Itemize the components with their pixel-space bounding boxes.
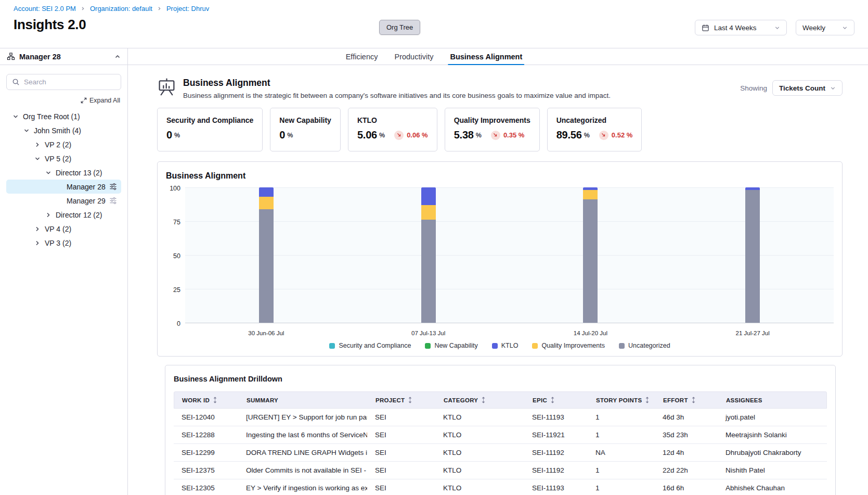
column-header-story-points[interactable]: STORY POINTS [588, 392, 655, 408]
trend-badge: 0.52 % [599, 131, 632, 140]
tab-productivity[interactable]: Productivity [394, 48, 433, 65]
chevron-right-icon[interactable] [44, 212, 53, 218]
legend-item[interactable]: New Capability [425, 342, 477, 349]
bar-segment [745, 190, 760, 323]
metric-value: 5.38 [454, 129, 474, 141]
sort-icon[interactable] [481, 397, 486, 403]
top-header: Account: SEI 2.0 PMOrganization: default… [0, 0, 868, 48]
table-row[interactable]: SEI-12305EY > Verify if ingestion is wor… [174, 479, 827, 495]
metric-card-value-row: 5.06%0.06 % [357, 129, 428, 141]
tab-business-alignment[interactable]: Business Alignment [450, 48, 522, 65]
tree-item[interactable]: Org Tree Root (1) [6, 109, 121, 123]
filter-sliders-icon[interactable] [109, 197, 117, 205]
tab-efficiency[interactable]: Efficiency [346, 48, 378, 65]
table-cell: 1 [588, 426, 655, 443]
tree-item[interactable]: John Smith (4) [6, 123, 121, 137]
legend-item[interactable]: Security and Compliance [329, 342, 411, 349]
calendar-icon [702, 24, 709, 32]
legend-item[interactable]: Uncategorized [619, 342, 670, 349]
tree-item[interactable]: VP 5 (2) [6, 151, 121, 166]
table-cell: SEI [367, 462, 435, 479]
chevron-down-icon[interactable] [44, 170, 53, 176]
metric-card-title: Uncategorized [556, 116, 633, 124]
expand-all-label: Expand All [89, 97, 120, 104]
sort-icon[interactable] [691, 397, 696, 403]
column-header-epic[interactable]: EPIC [525, 392, 588, 408]
sort-icon[interactable] [213, 397, 217, 403]
metric-unit: % [584, 132, 590, 139]
column-header-label: EFFORT [663, 397, 688, 403]
breadcrumb-item[interactable]: Project: Dhruv [166, 5, 209, 12]
tree-item-label: Manager 29 [67, 197, 106, 205]
search-box[interactable] [6, 74, 121, 90]
chevron-right-icon[interactable] [33, 226, 42, 232]
header-band: Manager 28 EfficiencyProductivityBusines… [0, 48, 868, 65]
column-header-label: WORK ID [182, 397, 210, 403]
metric-value: 5.06 [357, 129, 377, 141]
tree-item[interactable]: Director 13 (2) [6, 166, 121, 180]
filter-sliders-icon[interactable] [109, 183, 117, 191]
bar-segment [421, 187, 436, 205]
breadcrumb-item[interactable]: Organization: default [90, 5, 152, 12]
showing-select[interactable]: Tickets Count [772, 80, 843, 96]
date-range-select[interactable]: Last 4 Weeks [695, 20, 787, 35]
chevron-down-icon [842, 25, 848, 31]
chevron-down-icon[interactable] [33, 156, 42, 162]
metric-card-value-row: 0% [166, 129, 253, 141]
tree-item-label: VP 3 (2) [45, 239, 71, 247]
chevron-right-icon[interactable] [33, 240, 42, 246]
column-header-label: SUMMARY [247, 397, 278, 403]
showing-control: Showing Tickets Count [740, 80, 843, 96]
column-header-label: ASSIGNEES [726, 397, 762, 403]
sort-icon[interactable] [645, 397, 650, 403]
tree-item[interactable]: Director 12 (2) [6, 208, 121, 222]
table-row[interactable]: SEI-12375Older Commits is not available … [174, 462, 827, 479]
top-controls: Last 4 Weeks Weekly [695, 20, 854, 35]
bar-segment [583, 190, 598, 199]
org-tree-button[interactable]: Org Tree [379, 20, 420, 35]
sort-icon[interactable] [408, 397, 412, 403]
legend-item[interactable]: Quality Improvements [532, 342, 605, 349]
tree-item[interactable]: Manager 28 [6, 180, 121, 194]
stacked-bar[interactable] [583, 187, 598, 323]
column-header-effort[interactable]: EFFORT [655, 392, 718, 408]
gridline [185, 187, 834, 188]
table-row[interactable]: SEI-12040[URGENT] EY > Support for job r… [174, 409, 827, 426]
interval-select[interactable]: Weekly [796, 20, 854, 35]
column-header-project[interactable]: PROJECT [368, 392, 436, 408]
chevron-down-icon[interactable] [22, 128, 31, 134]
tree-item-label: Org Tree Root (1) [23, 112, 80, 121]
sidebar-header[interactable]: Manager 28 [0, 48, 128, 65]
tree-item[interactable]: VP 3 (2) [6, 236, 121, 250]
table-row[interactable]: SEI-12288Ingesting the last 6 months of … [174, 426, 827, 444]
chevron-right-icon[interactable] [33, 142, 42, 148]
y-axis-tick-label: 75 [173, 219, 180, 226]
sort-icon[interactable] [550, 397, 555, 403]
section-header-text: Business Alignment Business alignment is… [183, 78, 611, 99]
tree-item[interactable]: Manager 29 [6, 194, 121, 208]
column-header-category[interactable]: CATEGORY [436, 392, 525, 408]
date-range-value: Last 4 Weeks [714, 24, 757, 32]
column-header-work-id[interactable]: WORK ID [174, 392, 239, 408]
trend-delta-value: 0.52 % [612, 131, 632, 139]
search-input[interactable] [24, 78, 116, 86]
breadcrumb-separator-icon [81, 6, 85, 11]
legend-item[interactable]: KTLO [492, 342, 519, 349]
stacked-bar[interactable] [259, 187, 274, 323]
legend-label: Uncategorized [628, 342, 670, 349]
table-row[interactable]: SEI-12299DORA TREND LINE GRAPH Widgets i… [174, 444, 827, 462]
breadcrumb-item[interactable]: Account: SEI 2.0 PM [14, 5, 76, 12]
tree-item[interactable]: VP 4 (2) [6, 222, 121, 236]
chevron-up-icon[interactable] [114, 54, 121, 60]
table-cell: Ingesting the last 6 months of ServiceN.… [238, 426, 367, 443]
metric-card-title: New Capability [279, 116, 331, 124]
stacked-bar[interactable] [745, 187, 760, 323]
tree-item-label: Director 13 (2) [56, 169, 102, 177]
expand-all-button[interactable]: Expand All [81, 97, 120, 104]
stacked-bar[interactable] [421, 187, 436, 323]
chart-title: Business Alignment [166, 170, 834, 182]
chevron-down-icon[interactable] [11, 113, 20, 120]
tree-item-label: Director 12 (2) [56, 211, 102, 219]
tree-item[interactable]: VP 2 (2) [6, 137, 121, 151]
section-title: Business Alignment [183, 78, 611, 88]
